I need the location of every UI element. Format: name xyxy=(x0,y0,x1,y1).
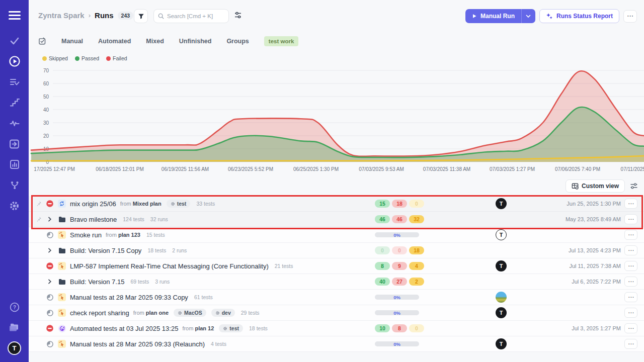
search-input[interactable] xyxy=(167,13,222,19)
manual-run-icon xyxy=(58,293,66,301)
tab-unfinished[interactable]: Unfinished xyxy=(179,38,212,45)
menu-icon[interactable] xyxy=(9,9,21,22)
row-more-button[interactable]: ⋯ xyxy=(624,230,637,240)
table-row[interactable]: LMP-587 Implement Real-Time Chat Messagi… xyxy=(29,258,644,274)
test-runs-icon[interactable] xyxy=(9,76,21,88)
table-adjustments-icon[interactable] xyxy=(630,183,638,190)
sparkles-icon xyxy=(546,13,553,20)
table-row[interactable]: Manual tests at 28 Mar 2025 09:33 (Relau… xyxy=(29,336,644,352)
tab-groups[interactable]: Groups xyxy=(226,38,249,45)
table-row[interactable]: mix origin 25/06from Mixed plantest33 te… xyxy=(29,196,644,212)
assignee-avatar[interactable]: T xyxy=(496,198,507,209)
run-title[interactable]: Manual tests at 28 Mar 2025 09:33 Copy xyxy=(70,294,188,301)
projects-icon[interactable] xyxy=(9,321,21,333)
row-more-button[interactable]: ⋯ xyxy=(624,308,637,318)
run-meta: 69 tests3 runs xyxy=(130,279,170,285)
help-icon[interactable]: ? xyxy=(9,301,21,313)
row-more-button[interactable]: ⋯ xyxy=(624,292,637,302)
tab-automated[interactable]: Automated xyxy=(98,38,131,45)
assignee-avatar[interactable]: T xyxy=(496,260,507,272)
run-title[interactable]: LMP-587 Implement Real-Time Chat Messagi… xyxy=(70,262,269,270)
milestones-icon[interactable] xyxy=(9,97,21,109)
svg-text:50: 50 xyxy=(43,94,49,100)
manual-run-icon xyxy=(58,262,66,270)
row-more-button[interactable]: ⋯ xyxy=(624,214,637,224)
row-more-button[interactable]: ⋯ xyxy=(624,277,637,287)
result-badges: 40 27 2 xyxy=(375,278,424,286)
signin-icon[interactable] xyxy=(9,138,21,150)
run-title[interactable]: Build: Version 7.15 xyxy=(70,278,124,286)
manual-run-icon xyxy=(58,309,66,317)
run-title[interactable]: Bravo milestone xyxy=(70,216,117,223)
mixed-run-icon xyxy=(58,200,66,208)
row-more-button[interactable]: ⋯ xyxy=(624,199,637,209)
integrations-icon[interactable] xyxy=(9,179,21,191)
play-circle-icon[interactable] xyxy=(9,55,21,67)
breadcrumb-project[interactable]: Zyntra Spark xyxy=(38,11,85,20)
manual-run-dropdown-button[interactable] xyxy=(521,9,535,23)
progress-value: 0% xyxy=(393,232,400,238)
saved-view-chip[interactable]: test work xyxy=(264,36,299,46)
table-settings-icon xyxy=(572,183,579,190)
folder-icon xyxy=(58,247,66,254)
run-title[interactable]: Smoke run xyxy=(70,231,102,239)
row-more-button[interactable]: ⋯ xyxy=(624,339,637,349)
svg-text:07/03/2025 11:38 AM: 07/03/2025 11:38 AM xyxy=(423,166,470,172)
table-row[interactable]: Smoke runfrom plan 12315 tests0%T⋯ xyxy=(29,227,644,243)
run-date: Jul 3, 2025 1:27 PM xyxy=(572,325,621,331)
run-title[interactable]: Automated tests at 03 Jul 2025 13:25 xyxy=(70,325,178,332)
row-more-button[interactable]: ⋯ xyxy=(624,245,637,255)
stopped-status-icon xyxy=(46,325,53,332)
user-avatar[interactable]: T xyxy=(8,341,21,355)
failed-count-badge: 46 xyxy=(392,215,407,223)
custom-view-button[interactable]: Custom view xyxy=(566,179,625,193)
filter-button[interactable] xyxy=(134,9,148,23)
row-more-button[interactable]: ⋯ xyxy=(624,323,637,333)
tab-manual[interactable]: Manual xyxy=(61,38,83,45)
adjustments-icon[interactable] xyxy=(234,11,242,21)
assignee-avatar[interactable]: T xyxy=(496,307,507,318)
row-lead: Bravo milestone124 tests32 runs xyxy=(29,216,168,223)
row-more-button[interactable]: ⋯ xyxy=(624,261,637,271)
row-lead: Build: Version 7.15 Copy18 tests2 runs xyxy=(29,247,187,254)
svg-text:07/06/2025 7:40 PM: 07/06/2025 7:40 PM xyxy=(555,166,600,172)
svg-text:?: ? xyxy=(13,305,16,310)
run-title[interactable]: Build: Version 7.15 Copy xyxy=(70,247,141,254)
tab-mixed[interactable]: Mixed xyxy=(146,38,164,45)
header-more-button[interactable]: ⋯ xyxy=(623,10,637,23)
assignee-avatar[interactable]: T xyxy=(496,338,507,349)
table-row[interactable]: Manual tests at 28 Mar 2025 09:33 Copy61… xyxy=(29,290,644,305)
result-badges: 0 0 18 xyxy=(375,246,424,254)
run-title[interactable]: check report sharing xyxy=(70,309,129,317)
runs-status-report-button[interactable]: Runs Status Report xyxy=(539,9,619,23)
assignee-avatar[interactable] xyxy=(496,292,507,303)
environment-badge: MacOS xyxy=(174,309,206,317)
run-date: Jul 11, 2025 7:38 AM xyxy=(569,263,621,269)
table-row[interactable]: Automated tests at 03 Jul 2025 13:25from… xyxy=(29,321,644,336)
expand-chevron-icon[interactable] xyxy=(47,217,52,222)
assignee-avatar[interactable]: T xyxy=(496,229,507,240)
failed-count-badge: 27 xyxy=(392,278,407,286)
search-box xyxy=(153,9,229,23)
expand-chevron-icon[interactable] xyxy=(47,248,52,253)
result-badges: 8 9 4 xyxy=(375,262,424,270)
run-from-plan: from plan one xyxy=(133,310,169,316)
table-row[interactable]: Build: Version 7.15 Copy18 tests2 runs 0… xyxy=(29,243,644,258)
gear-icon xyxy=(178,311,182,315)
run-checklist-icon[interactable] xyxy=(38,37,46,45)
run-title[interactable]: mix origin 25/06 xyxy=(70,200,116,208)
run-meta: 33 tests xyxy=(196,201,215,207)
expand-chevron-icon[interactable] xyxy=(47,279,52,284)
passed-count-badge: 15 xyxy=(375,200,390,208)
in-progress-status-icon xyxy=(47,294,53,301)
progress-value: 0% xyxy=(393,310,400,316)
table-row[interactable]: Build: Version 7.1569 tests3 runs 40 27 … xyxy=(29,274,644,290)
manual-run-button[interactable]: Manual Run xyxy=(465,13,521,20)
table-row[interactable]: Bravo milestone124 tests32 runs 46 46 32… xyxy=(29,212,644,227)
run-title[interactable]: Manual tests at 28 Mar 2025 09:33 (Relau… xyxy=(70,340,205,348)
table-row[interactable]: check report sharingfrom plan oneMacOSde… xyxy=(29,305,644,321)
settings-icon[interactable] xyxy=(9,200,21,212)
check-icon[interactable] xyxy=(9,35,21,47)
activity-icon[interactable] xyxy=(9,117,21,129)
reports-icon[interactable] xyxy=(9,158,21,170)
